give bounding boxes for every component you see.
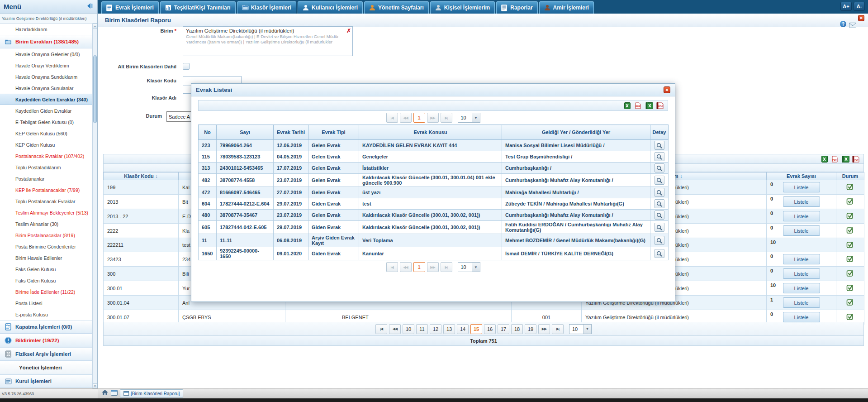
- sidebar-item-20[interactable]: Posta Birimine Gönderilenler: [0, 241, 92, 252]
- sidebar-item-10[interactable]: KEP Gelen Kutusu (560): [0, 128, 92, 139]
- evrak-row[interactable]: 1111-1106.08.2019Arşiv Giden Evrak Kayıt…: [199, 234, 669, 247]
- listele-button[interactable]: Listele: [783, 211, 820, 221]
- detail-magnifier-icon[interactable]: [655, 223, 664, 232]
- top-tab-1[interactable]: Evrak İşlemleri: [101, 1, 159, 14]
- top-tab-5[interactable]: Yönetim Sayfaları: [364, 1, 429, 14]
- sidebar-item-3[interactable]: Havale Onayına Gelenler (0/0): [0, 48, 92, 60]
- font-decrease-button[interactable]: A-: [854, 2, 865, 11]
- evrak-row[interactable]: 31324301012-545346517.07.2019Gelen Evrak…: [199, 163, 669, 174]
- export-pdf-book-icon[interactable]: PDF: [852, 155, 860, 163]
- evrak-row[interactable]: 60517827444-042-E.60529.07.2019Giden Evr…: [199, 221, 669, 234]
- collapse-sidebar-icon[interactable]: [86, 3, 94, 11]
- export-pdf-icon[interactable]: PDF: [831, 155, 839, 163]
- page-button-16[interactable]: 16: [484, 324, 496, 334]
- listele-button[interactable]: Listele: [783, 182, 820, 192]
- sidebar-item-27[interactable]: Kapatma İşlemleri (0/0): [0, 320, 92, 334]
- sidebar-item-21[interactable]: Birim Havale Edilenler: [0, 252, 92, 263]
- page-button-17[interactable]: 17: [498, 324, 509, 334]
- detail-magnifier-icon[interactable]: [655, 236, 664, 245]
- mail-icon[interactable]: [849, 22, 856, 30]
- sidebar-item-6[interactable]: Havale Onayına Sunulanlar: [0, 82, 92, 94]
- sidebar-item-22[interactable]: Faks Gelen Kutusu: [0, 263, 92, 275]
- page-button-19[interactable]: 19: [525, 324, 536, 334]
- home-icon[interactable]: [101, 389, 109, 397]
- sidebar-item-28[interactable]: Bildirimler (19/22): [0, 334, 92, 347]
- top-tab-8[interactable]: Amir İşlemleri: [539, 1, 594, 14]
- detail-magnifier-icon[interactable]: [655, 176, 664, 185]
- sidebar-item-18[interactable]: Teslim Alınanlar (30): [0, 218, 92, 230]
- listele-button[interactable]: Listele: [783, 225, 820, 236]
- previous-page-icon[interactable]: ◀◀: [389, 324, 401, 334]
- listele-button[interactable]: Listele: [783, 283, 820, 293]
- detail-magnifier-icon[interactable]: [655, 211, 664, 220]
- detail-magnifier-icon[interactable]: [655, 249, 664, 258]
- listele-button[interactable]: Listele: [783, 268, 820, 279]
- page-button-15[interactable]: 15: [470, 324, 482, 334]
- window-icon[interactable]: [111, 389, 118, 397]
- sidebar-item-31[interactable]: Kurul İşlemleri: [0, 374, 92, 388]
- birim-field[interactable]: Yazılım Geliştirme Direktörlüğü (il müdü…: [183, 26, 353, 56]
- sidebar-item-26[interactable]: E-posta Kutusu: [0, 309, 92, 320]
- evrak-row[interactable]: 47281666097-54646527.07.2019Gelen Evrakü…: [199, 187, 669, 198]
- evrak-row[interactable]: 165092392245-00000-165009.01.2020Giden E…: [199, 247, 669, 260]
- page-button-14[interactable]: 14: [457, 324, 469, 334]
- sidebar-item-17[interactable]: Teslim Alınmayı Bekleyenler (5/13): [0, 207, 92, 218]
- page-button-12[interactable]: 12: [430, 324, 441, 334]
- evrak-row[interactable]: 48238708774-455823.07.2019Gelen EvrakKal…: [199, 174, 669, 187]
- previous-page-icon[interactable]: ◀◀: [400, 262, 412, 272]
- export-pdf-book-icon[interactable]: PDF: [656, 102, 664, 110]
- sidebar-item-14[interactable]: Postalananlar: [0, 173, 92, 184]
- sidebar-item-15[interactable]: KEP ile Postalanacaklar (7/99): [0, 184, 92, 196]
- clear-birim-icon[interactable]: ✗: [346, 28, 351, 34]
- header-klasor-kodu[interactable]: Klasör Kodu↕: [104, 172, 179, 180]
- export-excel-book-icon[interactable]: [645, 102, 653, 110]
- detail-magnifier-icon[interactable]: [655, 141, 664, 150]
- listele-button[interactable]: Listele: [783, 297, 820, 308]
- sidebar-item-29[interactable]: Fiziksel Arşiv İşlemleri: [0, 347, 92, 361]
- sidebar-item-19[interactable]: Birim Postalanacaklar (8/19): [0, 230, 92, 241]
- next-page-icon[interactable]: ▶▶: [427, 113, 439, 123]
- font-increase-button[interactable]: A+: [840, 2, 852, 11]
- last-page-icon[interactable]: ▶|: [441, 262, 452, 272]
- detail-magnifier-icon[interactable]: [655, 199, 664, 208]
- last-page-icon[interactable]: ▶|: [552, 324, 564, 334]
- export-excel-icon[interactable]: [624, 102, 631, 110]
- page-button-1[interactable]: 1: [413, 113, 425, 123]
- first-page-icon[interactable]: |◀: [386, 262, 398, 272]
- detail-magnifier-icon[interactable]: [655, 188, 664, 197]
- top-tab-2[interactable]: Teşkilat/Kişi Tanımları: [160, 1, 236, 14]
- export-excel-book-icon[interactable]: [842, 155, 849, 163]
- scroll-down-icon[interactable]: ▼: [93, 383, 97, 388]
- listele-button[interactable]: Listele: [783, 312, 820, 322]
- first-page-icon[interactable]: |◀: [375, 324, 387, 334]
- page-button-11[interactable]: 11: [416, 324, 428, 334]
- export-pdf-icon[interactable]: PDF: [635, 102, 642, 110]
- page-button-1[interactable]: 1: [413, 262, 425, 272]
- modal-close-icon[interactable]: ✕: [664, 86, 670, 93]
- alt-birim-checkbox[interactable]: [183, 63, 190, 70]
- page-button-18[interactable]: 18: [511, 324, 523, 334]
- sidebar-item-23[interactable]: Faks Giden Kutusu: [0, 275, 92, 286]
- sidebar-item-12[interactable]: Postalanacak Evraklar (107/402): [0, 150, 92, 162]
- next-page-icon[interactable]: ▶▶: [427, 262, 439, 272]
- help-icon[interactable]: ?: [840, 21, 846, 27]
- listele-button[interactable]: Listele: [783, 196, 820, 207]
- listele-button[interactable]: Listele: [783, 254, 820, 264]
- evrak-row[interactable]: 60417827444-0212-E.60429.07.2019Giden Ev…: [199, 198, 669, 210]
- evrak-row[interactable]: 22379969064-26412.06.2019Gelen EvrakKAYD…: [199, 140, 669, 151]
- page-close-icon[interactable]: ✕: [858, 15, 864, 21]
- sidebar-item-13[interactable]: Toplu Postaladıklarım: [0, 162, 92, 173]
- evrak-row[interactable]: 48038708774-3546723.07.2019Gelen EvrakKa…: [199, 210, 669, 221]
- top-tab-4[interactable]: Kullanıcı İşlemleri: [298, 1, 363, 14]
- previous-page-icon[interactable]: ◀◀: [400, 113, 412, 123]
- last-page-icon[interactable]: ▶|: [441, 113, 452, 123]
- sidebar-item-30[interactable]: Yönetici İşlemleri: [0, 361, 92, 374]
- top-tab-6[interactable]: Kişisel İşlemlerim: [430, 1, 495, 14]
- sidebar-item-11[interactable]: KEP Giden Kutusu: [0, 139, 92, 150]
- top-tab-3[interactable]: Klasör İşlemleri: [237, 1, 296, 14]
- page-size-select[interactable]: 10▼: [569, 324, 592, 334]
- page-button-13[interactable]: 13: [443, 324, 455, 334]
- evrak-row[interactable]: 11578039583-12312304.05.2019Gelen EvrakG…: [199, 151, 669, 163]
- sidebar-item-24[interactable]: Birime İade Edilenler (11/22): [0, 286, 92, 297]
- next-page-icon[interactable]: ▶▶: [538, 324, 550, 334]
